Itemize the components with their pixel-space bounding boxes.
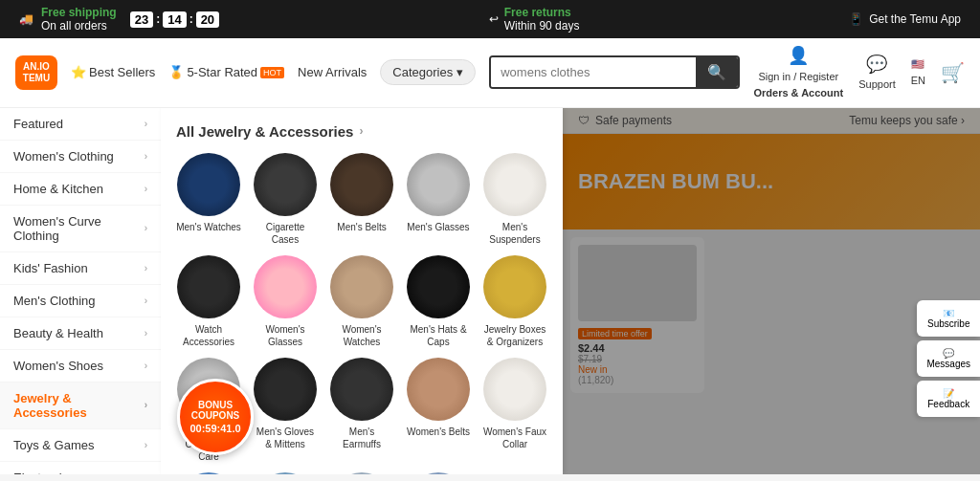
grid-item-0-0[interactable]: Men's Watches [176,153,241,246]
sidebar-menu: Featured›Women's Clothing›Home & Kitchen… [0,108,161,474]
categories-button[interactable]: Categories ▾ [380,59,476,85]
chevron-right-icon: › [145,263,147,273]
grid-item-0-4[interactable]: Men's Suspenders [482,153,547,246]
main-area: Featured›Women's Clothing›Home & Kitchen… [0,108,980,474]
product-label: Men's Glasses [407,221,469,233]
chevron-right-icon: › [145,119,147,129]
sidebar-item-0[interactable]: Featured› [0,108,161,141]
top-bar: 🚚 Free shipping On all orders 23 : 14 : … [0,0,980,38]
float-buttons: 📧 Subscribe 💬 Messages 📝 Feedback [917,300,980,417]
medal-icon: 🏅 [168,65,184,79]
search-button[interactable]: 🔍 [696,57,738,87]
chevron-right-icon: › [359,124,363,138]
nav-right: 👤 Sign in / Register Orders & Account 💬 … [753,46,965,99]
new-arrivals-link[interactable]: New Arrivals [298,65,367,79]
sidebar-item-label: Women's Clothing [13,149,114,164]
sidebar-item-3[interactable]: Women's Curve Clothing› [0,206,161,252]
sidebar-item-1[interactable]: Women's Clothing› [0,141,161,173]
product-label: Cigarette Cases [253,221,318,246]
bonus-coupons-button[interactable]: BONUS COUPONS 00:59:41.0 [177,379,254,455]
grid-item-3-2[interactable]: ... [329,472,394,474]
grid-item-1-4[interactable]: Jewelry Boxes & Organizers [482,255,547,348]
sidebar-item-label: Jewelry & Accessories [13,391,145,420]
chevron-right-icon: › [145,295,147,306]
grid-item-1-0[interactable]: Watch Accessories [176,255,241,348]
product-label: Women's Faux Collar [482,426,547,450]
feedback-button[interactable]: 📝 Feedback [917,381,980,417]
product-image [254,358,317,421]
sidebar-item-8[interactable]: Jewelry & Accessories› [0,383,161,429]
grid-row-3: ... ... ... ... [176,472,547,474]
get-app-info[interactable]: 📱 Get the Temu App [849,12,961,26]
truck-icon: 🚚 [19,12,33,26]
lang-item[interactable]: 🇺🇸 EN [911,58,925,87]
chevron-right-icon: › [145,440,147,450]
grid-item-0-2[interactable]: Men's Belts [329,153,394,246]
grid-item-0-3[interactable]: Men's Glasses [406,153,471,246]
product-label: Watch Accessories [176,323,241,348]
grid-item-2-4[interactable]: Women's Faux Collar [482,358,547,463]
all-jewelry-label: All Jewelry & Accessories [176,123,353,140]
support-item[interactable]: 💬 Support [858,55,896,92]
product-image [330,472,393,474]
grid-item-3-1[interactable]: ... [253,472,318,474]
best-sellers-label: Best Sellers [89,65,155,79]
grid-item-3-0[interactable]: ... [176,472,241,474]
grid-item-3-3[interactable]: ... [406,472,471,474]
sidebar-item-6[interactable]: Beauty & Health› [0,317,161,350]
subscribe-label: Subscribe [926,318,970,329]
chevron-right-icon: › [145,361,147,371]
product-image [407,472,470,474]
sign-in-item[interactable]: 👤 Sign in / Register Orders & Account [753,46,843,99]
product-label: Women's Belts [407,426,470,438]
grid-item-2-2[interactable]: Men's Earmuffs [329,358,394,463]
support-icon: 💬 [866,55,887,76]
within-90-days-text: Within 90 days [504,19,580,33]
dropdown-header[interactable]: All Jewelry & Accessories › [176,123,547,140]
sidebar-item-label: Women's Shoes [13,359,103,373]
chevron-right-icon: › [145,400,147,410]
logo-text: AN.IOTEMU [23,61,50,84]
timer-hours: 23 [130,11,153,28]
dim-overlay [563,108,980,474]
product-image [483,358,546,421]
logo[interactable]: AN.IOTEMU [15,55,57,90]
subscribe-button[interactable]: 📧 Subscribe [917,300,980,337]
sidebar-item-7[interactable]: Women's Shoes› [0,350,161,383]
free-shipping-text: Free shipping [41,6,117,19]
product-image [177,472,240,474]
grid-item-1-3[interactable]: Men's Hats & Caps [406,255,471,348]
product-label: Men's Suspenders [482,221,547,246]
grid-item-1-2[interactable]: Women's Watches [329,255,394,348]
product-image [483,153,546,216]
sidebar-item-5[interactable]: Men's Clothing› [0,285,161,317]
categories-label: Categories [392,65,453,79]
chevron-right-icon: › [145,223,147,233]
product-image [177,153,240,216]
product-label: Men's Gloves & Mittens [253,426,318,450]
sidebar-item-2[interactable]: Home & Kitchen› [0,173,161,206]
product-image [330,358,393,421]
sign-in-text: Sign in / Register [758,71,838,83]
sidebar-item-label: Featured [13,117,63,131]
messages-button[interactable]: 💬 Messages [917,340,980,377]
best-sellers-link[interactable]: ⭐ Best Sellers [71,65,155,79]
grid-row-1: Watch Accessories Women's Glasses Women'… [176,255,547,348]
grid-row-0: Men's Watches Cigarette Cases Men's Belt… [176,153,547,246]
sidebar-item-9[interactable]: Toys & Games› [0,429,161,462]
search-input[interactable] [491,57,696,87]
returns-info: ↩ Free returns Within 90 days [489,6,580,33]
product-image [407,358,470,421]
free-returns-text: Free returns [504,6,580,19]
five-star-link[interactable]: 🏅 5-Star Rated HOT [168,65,284,79]
grid-item-1-1[interactable]: Women's Glasses [253,255,318,348]
sidebar-item-10[interactable]: Electronics› [0,462,161,474]
grid-item-2-1[interactable]: Men's Gloves & Mittens [253,358,318,463]
grid-item-0-1[interactable]: Cigarette Cases [253,153,318,246]
grid-item-2-3[interactable]: Women's Belts [406,358,471,463]
cart-button[interactable]: 🛒 [941,61,965,84]
sidebar-item-label: Toys & Games [13,438,95,452]
sidebar-item-4[interactable]: Kids' Fashion› [0,252,161,285]
countdown-timer: 23 : 14 : 20 [130,11,219,28]
sidebar-item-label: Kids' Fashion [13,261,88,275]
